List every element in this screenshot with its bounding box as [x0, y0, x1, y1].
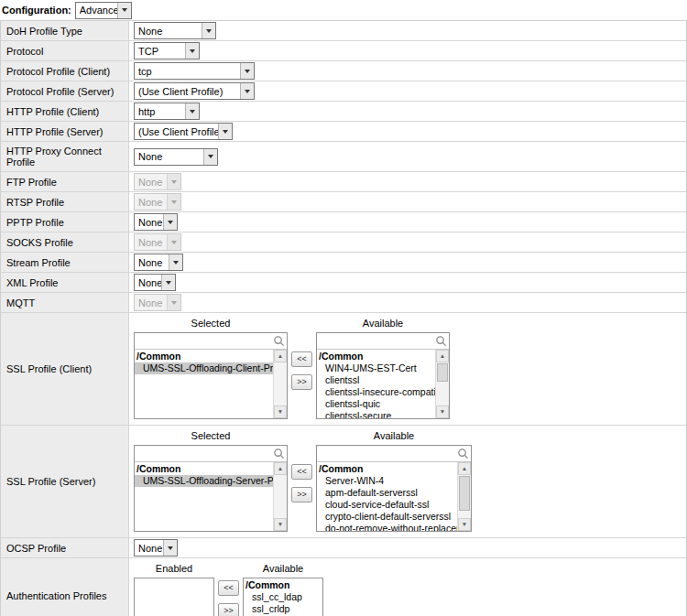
stream-profile-select[interactable]: None: [134, 254, 183, 271]
scroll-down-button[interactable]: ▼: [458, 518, 471, 531]
row-protocol: Protocol TCP: [1, 41, 686, 61]
scroll-down-button[interactable]: ▼: [436, 405, 449, 418]
pptp-profile-select[interactable]: None: [134, 213, 178, 231]
field-label: HTTP Profile (Client): [1, 102, 129, 121]
row-stream-profile: Stream Profile None: [1, 253, 686, 273]
row-doh-profile-type: DoH Profile Type None: [1, 21, 686, 41]
row-socks-profile: SOCKS Profile None: [1, 232, 686, 253]
row-http-proxy-connect-profile: HTTP Proxy Connect Profile None: [1, 142, 686, 172]
list-item[interactable]: clientssl-quic: [317, 398, 435, 410]
list-item[interactable]: apm-default-serverssl: [317, 487, 457, 499]
ssl-server-available-listbox[interactable]: /Common Server-WIN-4 apm-default-servers…: [317, 462, 471, 531]
enabled-column-header: Enabled: [134, 562, 214, 578]
list-item[interactable]: UMS-SSL-Offloading-Client-Profile: [135, 362, 273, 374]
list-item[interactable]: ssl_crldp: [244, 603, 322, 615]
configuration-select[interactable]: Advanced: [75, 2, 132, 19]
ssl-client-move-right-button[interactable]: >>: [291, 374, 312, 390]
scroll-up-button[interactable]: ▲: [274, 350, 287, 362]
scrollbar[interactable]: ▲ ▼: [273, 462, 287, 531]
list-item[interactable]: cloud-service-default-ssl: [317, 499, 457, 511]
scrollbar[interactable]: ▲ ▼: [435, 350, 449, 418]
field-label: XML Profile: [1, 273, 129, 292]
partition-group-label: /Common: [317, 351, 435, 362]
field-label: OCSP Profile: [1, 538, 129, 557]
protocol-profile-client-select[interactable]: tcp: [134, 62, 255, 80]
auth-move-right-button[interactable]: >>: [218, 603, 239, 616]
row-pptp-profile: PPTP Profile None: [1, 212, 686, 232]
scroll-down-button[interactable]: ▼: [274, 518, 287, 531]
configuration-form: Configuration: Advanced DoH Profile Type…: [0, 0, 687, 616]
scrollbar[interactable]: ▲ ▼: [273, 350, 287, 418]
field-label: SOCKS Profile: [1, 232, 129, 252]
auth-enabled-listbox[interactable]: [135, 578, 213, 616]
ssl-client-selected-filter-input[interactable]: [135, 333, 287, 349]
scroll-up-button[interactable]: ▲: [274, 462, 287, 475]
field-label: HTTP Proxy Connect Profile: [1, 142, 129, 171]
list-item[interactable]: clientssl: [317, 374, 435, 386]
chevron-down-icon: [161, 275, 175, 290]
available-column-header: Available: [243, 562, 323, 578]
chevron-down-icon: [117, 3, 131, 18]
ssl-server-selected-filter-input[interactable]: [135, 446, 287, 461]
scroll-down-button[interactable]: ▼: [274, 405, 287, 418]
rtsp-profile-select: None: [134, 193, 181, 211]
ssl-server-move-left-button[interactable]: <<: [291, 464, 312, 480]
ssl-server-available-filter-input[interactable]: [317, 446, 471, 461]
partition-group-label: /Common: [135, 463, 273, 475]
auth-move-left-button[interactable]: <<: [218, 580, 239, 596]
list-item[interactable]: clientssl-secure: [317, 410, 435, 418]
field-label: Protocol Profile (Client): [1, 61, 129, 81]
ssl-client-selected-listbox[interactable]: /Common UMS-SSL-Offloading-Client-Profil…: [135, 350, 287, 418]
ssl-server-move-right-button[interactable]: >>: [291, 487, 312, 503]
chevron-down-icon: [218, 124, 232, 139]
list-item[interactable]: Server-WIN-4: [317, 475, 457, 487]
ocsp-profile-select[interactable]: None: [134, 539, 178, 557]
list-item[interactable]: UMS-SSL-Offloading-Server-Profile: [135, 475, 273, 487]
scrollbar-thumb[interactable]: [437, 363, 448, 382]
row-mqtt: MQTT None: [1, 293, 686, 313]
field-label: RTSP Profile: [1, 192, 129, 211]
chevron-down-icon: [185, 43, 199, 59]
row-xml-profile: XML Profile None: [1, 273, 686, 293]
partition-group-label: /Common: [317, 463, 457, 475]
list-item[interactable]: WIN4-UMS-EST-Cert: [317, 362, 435, 374]
ssl-server-selected-listbox[interactable]: /Common UMS-SSL-Offloading-Server-Profil…: [135, 462, 287, 531]
scrollbar[interactable]: ▲ ▼: [457, 462, 471, 531]
http-proxy-connect-profile-select[interactable]: None: [134, 148, 218, 166]
auth-available-listbox[interactable]: /Common ssl_cc_ldap ssl_crldp ssl_ocsp: [244, 578, 322, 616]
xml-profile-select[interactable]: None: [134, 274, 176, 291]
chevron-down-icon: [167, 174, 180, 189]
ssl-client-available-listbox[interactable]: /Common WIN4-UMS-EST-Cert clientssl clie…: [317, 350, 449, 418]
row-protocol-profile-client: Protocol Profile (Client) tcp: [1, 61, 686, 81]
row-ocsp-profile: OCSP Profile None: [1, 538, 686, 558]
http-profile-client-select[interactable]: http: [134, 103, 200, 120]
ssl-client-move-left-button[interactable]: <<: [291, 351, 312, 367]
scroll-up-button[interactable]: ▲: [458, 462, 471, 475]
partition-group-label: /Common: [135, 351, 273, 362]
configuration-header: Configuration: Advanced: [0, 0, 687, 20]
list-item[interactable]: clientssl-insecure-compatible: [317, 386, 435, 398]
ssl-client-available-filter-input[interactable]: [317, 333, 449, 349]
list-item[interactable]: crypto-client-default-serverssl: [317, 511, 457, 523]
protocol-select[interactable]: TCP: [134, 42, 200, 59]
available-column-header: Available: [316, 429, 472, 445]
chevron-down-icon: [167, 194, 180, 210]
search-icon: [273, 335, 285, 347]
field-label: SSL Profile (Server): [1, 426, 129, 537]
field-label: DoH Profile Type: [1, 21, 129, 40]
field-label: Stream Profile: [1, 253, 129, 272]
doh-profile-type-select[interactable]: None: [134, 22, 216, 39]
chevron-down-icon: [167, 295, 180, 310]
search-icon: [435, 335, 447, 347]
row-http-profile-server: HTTP Profile (Server) (Use Client Profil…: [1, 122, 686, 142]
field-label: Protocol Profile (Server): [1, 81, 129, 101]
scrollbar-thumb[interactable]: [459, 476, 470, 511]
protocol-profile-server-select[interactable]: (Use Client Profile): [134, 82, 255, 100]
field-label: MQTT: [1, 293, 129, 312]
chevron-down-icon: [203, 149, 217, 165]
list-item[interactable]: do-not-remove-without-replacement: [317, 523, 457, 531]
scroll-up-button[interactable]: ▲: [436, 350, 449, 362]
list-item[interactable]: ssl_cc_ldap: [244, 591, 322, 603]
row-rtsp-profile: RTSP Profile None: [1, 192, 686, 212]
http-profile-server-select[interactable]: (Use Client Profile): [134, 123, 233, 140]
